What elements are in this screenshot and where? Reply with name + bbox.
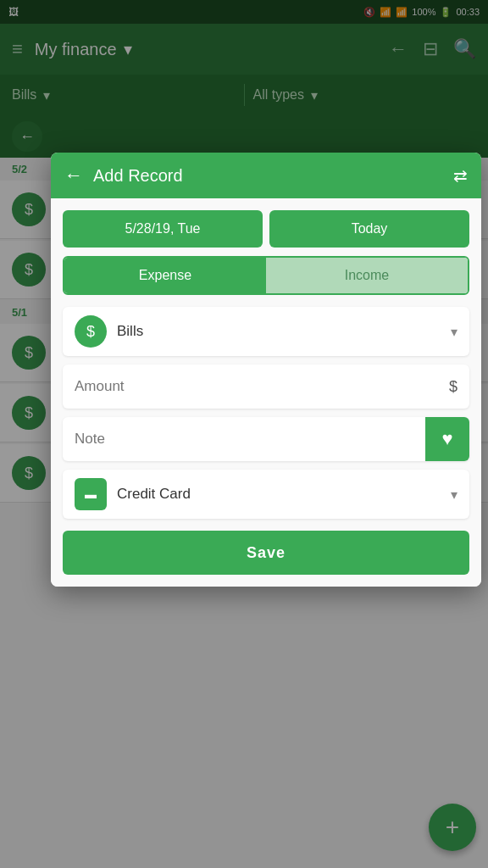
amount-row: $ <box>63 364 469 409</box>
income-tab[interactable]: Income <box>266 258 468 293</box>
modal-header: ← Add Record ⇄ <box>51 153 481 198</box>
save-button[interactable]: Save <box>63 531 469 575</box>
category-label: Bills <box>117 323 451 340</box>
category-selector[interactable]: $ Bills ▾ <box>63 307 469 356</box>
account-drop-icon: ▾ <box>451 487 458 503</box>
account-icon: ▬ <box>75 478 107 510</box>
heart-icon: ♥ <box>441 428 452 450</box>
currency-label: $ <box>449 378 458 396</box>
date-row: 5/28/19, Tue Today <box>63 210 469 248</box>
today-button[interactable]: Today <box>269 210 469 248</box>
modal-refresh-button[interactable]: ⇄ <box>453 165 468 186</box>
date-button[interactable]: 5/28/19, Tue <box>63 210 263 248</box>
expense-tab[interactable]: Expense <box>64 258 266 293</box>
credit-card-icon: ▬ <box>85 487 97 501</box>
add-record-modal: ← Add Record ⇄ 5/28/19, Tue Today Expens… <box>51 153 481 587</box>
note-row: ♥ <box>63 417 469 461</box>
modal-title: Add Record <box>93 166 453 186</box>
category-icon: $ <box>75 315 107 348</box>
account-label: Credit Card <box>117 486 451 503</box>
note-input[interactable] <box>63 417 425 461</box>
category-drop-icon: ▾ <box>451 324 458 340</box>
modal-back-button[interactable]: ← <box>64 164 83 186</box>
heart-button[interactable]: ♥ <box>425 417 469 461</box>
modal-body: 5/28/19, Tue Today Expense Income $ Bill… <box>51 198 481 587</box>
account-selector[interactable]: ▬ Credit Card ▾ <box>63 470 469 519</box>
type-tabs: Expense Income <box>63 256 469 295</box>
amount-input[interactable] <box>75 378 442 395</box>
expense-tab-label: Expense <box>139 268 191 283</box>
income-tab-label: Income <box>345 268 389 283</box>
